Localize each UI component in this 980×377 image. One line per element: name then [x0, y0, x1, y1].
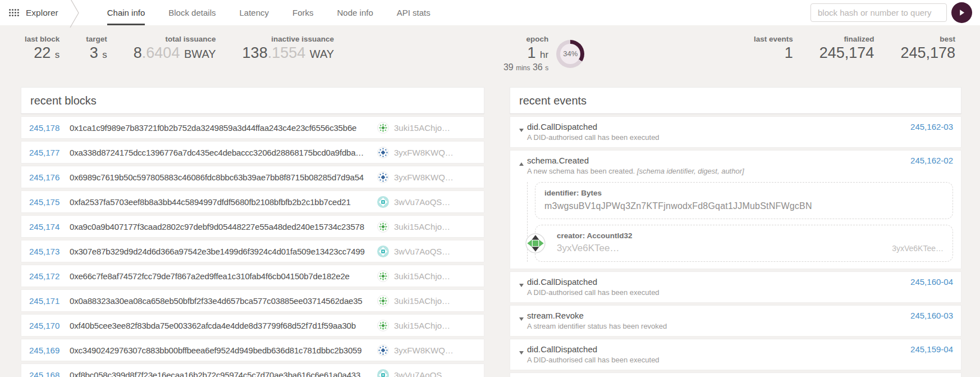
event-head: did.CallDispatched A DID-authorised call…	[510, 339, 961, 370]
teal-target-identicon	[377, 246, 389, 257]
block-number-link[interactable]: 245,173	[29, 247, 70, 256]
stat-best: best 245,178	[900, 35, 955, 62]
epoch-progress-label: 34%	[560, 44, 580, 64]
block-hash: 0xf40b5cee3ee82f83bda75e003362afcda4e4dd…	[70, 321, 356, 330]
event-description: A new schema has been created. [schema i…	[527, 167, 744, 175]
tab-label: API stats	[397, 8, 431, 17]
block-row: 245,168 0xf8bc058c399d8f7f23e16ecaa16b2b…	[21, 364, 484, 377]
teal-target-identicon	[377, 369, 389, 377]
event-block-link[interactable]: 245,162-03	[904, 122, 953, 131]
block-row: 245,178 0x1ca1c9f989e7b83721f0b2b752da32…	[21, 116, 484, 139]
block-number-link[interactable]: 245,177	[29, 148, 70, 157]
block-hash: 0xfa2537fa5703eef8b8a3bb44c5894997dfdf56…	[70, 197, 351, 207]
block-author: 3uki15AChjo…	[394, 123, 450, 133]
block-number-link[interactable]: 245,176	[29, 172, 70, 182]
event-block-link[interactable]: 245,159-04	[904, 344, 953, 354]
tab-label: Latency	[239, 8, 269, 17]
event-main: stream.Revoke A stream identifier status…	[527, 311, 667, 330]
block-hash: 0xe66c7fe8af74572fcc79de7f867a2ed9ffea1c…	[70, 271, 350, 281]
tab-chain-info[interactable]: Chain info	[107, 0, 145, 25]
block-number-link[interactable]: 245,174	[29, 222, 70, 231]
creator-values: 3yxVe6KTee… 3yxVe6KTee…	[557, 243, 944, 254]
tab-label: Forks	[292, 8, 314, 17]
block-number-link[interactable]: 245,170	[29, 321, 70, 330]
stat-value: 3 s	[86, 44, 107, 62]
event-block-link[interactable]: 245,160-04	[904, 277, 953, 287]
block-author-group: 3yxFW8KWQ…	[377, 344, 484, 356]
stat-target: target 3 s	[86, 35, 107, 62]
block-hash: 0xa9c0a9b407177f3caad2802c97debf9d054482…	[70, 222, 364, 231]
event-head: did.CallDispatched A DID-authorised call…	[510, 272, 961, 302]
block-row: 245,172 0xe66c7fe8af74572fcc79de7f867a2e…	[21, 265, 484, 287]
block-author-group: 3uki15AChjo…	[377, 270, 484, 282]
stat-total-issuance: total issuance 8.6404 BWAY	[134, 35, 216, 62]
breadcrumb-chevron-icon	[70, 0, 82, 24]
block-query-input[interactable]	[810, 3, 947, 22]
event-block-link[interactable]: 245,160-03	[904, 311, 953, 320]
block-row: 245,176 0x6989c7619b50c597805883c46086fd…	[21, 166, 484, 188]
creator-address: 3yxVe6KTee…	[557, 243, 620, 254]
block-row: 245,169 0xc3490242976307c883bb00bffbeea6…	[21, 339, 484, 361]
block-author: 3uki15AChjo…	[394, 321, 450, 330]
top-bar: Explorer Chain infoBlock detailsLatencyF…	[0, 0, 980, 25]
block-number-link[interactable]: 245,175	[29, 197, 70, 207]
event-expand-toggle[interactable]	[516, 351, 527, 355]
event-name: did.CallDispatched	[527, 344, 660, 354]
stat-last-events: last events 1	[754, 35, 793, 62]
block-author: 3wVu7AoQS…	[394, 247, 450, 256]
event-row: schema.Created A new schema has been cre…	[510, 150, 961, 269]
epoch-remaining: 39 mins 36 s	[503, 62, 548, 72]
stat-label: epoch	[503, 35, 548, 43]
event-block-link[interactable]: 245,162-02	[904, 156, 953, 165]
tab-latency[interactable]: Latency	[239, 0, 269, 25]
event-row: did.CallDispatched A DID-authorised call…	[510, 339, 961, 370]
block-number-link[interactable]: 245,168	[29, 370, 70, 377]
block-number-link[interactable]: 245,178	[29, 123, 70, 133]
event-expand-toggle[interactable]	[516, 284, 527, 287]
event-name: did.CallDispatched	[527, 122, 660, 131]
brand: Explorer	[9, 0, 58, 25]
tab-api-stats[interactable]: API stats	[397, 0, 431, 25]
block-author-group: 3yxFW8KWQ…	[377, 171, 484, 183]
event-row: did.CallDispatched A DID-authorised call…	[510, 271, 961, 303]
tab-forks[interactable]: Forks	[292, 0, 314, 25]
event-description: A DID-authorised call has been executed	[527, 288, 660, 297]
app-menu-grid-icon[interactable]	[9, 9, 19, 16]
event-description: A stream identifier status has been revo…	[527, 322, 667, 330]
recent-blocks-title: recent blocks	[21, 87, 484, 114]
event-expand-toggle[interactable]	[516, 162, 527, 166]
tab-block-details[interactable]: Block details	[168, 0, 216, 25]
recent-blocks-panel: recent blocks 245,178 0x1ca1c9f989e7b837…	[21, 87, 484, 377]
block-author-group: 3wVu7AoQS…	[377, 246, 484, 257]
stat-label: finalized	[819, 35, 874, 43]
grid-icon	[9, 9, 19, 16]
event-row: did.CallDispatched A DID-authorised call…	[510, 116, 961, 148]
event-expand-toggle[interactable]	[516, 129, 527, 132]
green-star-identicon	[377, 221, 389, 233]
event-expand-toggle[interactable]	[516, 317, 527, 321]
query-submit-button[interactable]	[951, 2, 972, 23]
tab-label: Node info	[337, 8, 373, 17]
event-details: identifier: Bytes m3wgsuBV1qJPWq3Zn7KTFj…	[527, 182, 953, 262]
blue-burst-identicon	[377, 344, 389, 356]
block-number-link[interactable]: 245,169	[29, 346, 70, 355]
block-hash: 0xa338d8724175dcc1396776a7dc435ec4debacc…	[70, 148, 364, 157]
stat-value: 1 hr	[503, 44, 548, 62]
creator-address-short: 3yxVe6KTee…	[892, 244, 944, 253]
block-number-link[interactable]: 245,171	[29, 296, 70, 306]
green-star-identicon	[377, 320, 389, 331]
block-hash: 0x6989c7619b50c597805883c46086fdc8bbc63b…	[70, 172, 364, 182]
event-row: stream.Create A new stream identifier ha…	[510, 373, 961, 377]
block-author-group: 3uki15AChjo…	[377, 122, 484, 134]
block-number-link[interactable]: 245,172	[29, 271, 70, 281]
tab-node-info[interactable]: Node info	[337, 0, 373, 25]
event-main: did.CallDispatched A DID-authorised call…	[527, 277, 660, 297]
epoch-text: epoch 1 hr 39 mins 36 s	[503, 35, 548, 72]
recent-events-title: recent events	[510, 87, 961, 114]
stat-label: inactive issuance	[242, 35, 335, 43]
event-name: did.CallDispatched	[527, 277, 660, 287]
block-hash: 0x0a88323a30ea08ca658eb50bfbf2f33e4d657b…	[70, 296, 363, 306]
stat-label: last block	[25, 35, 59, 43]
block-author-group: 3uki15AChjo…	[377, 295, 484, 307]
blue-burst-identicon	[377, 171, 389, 183]
